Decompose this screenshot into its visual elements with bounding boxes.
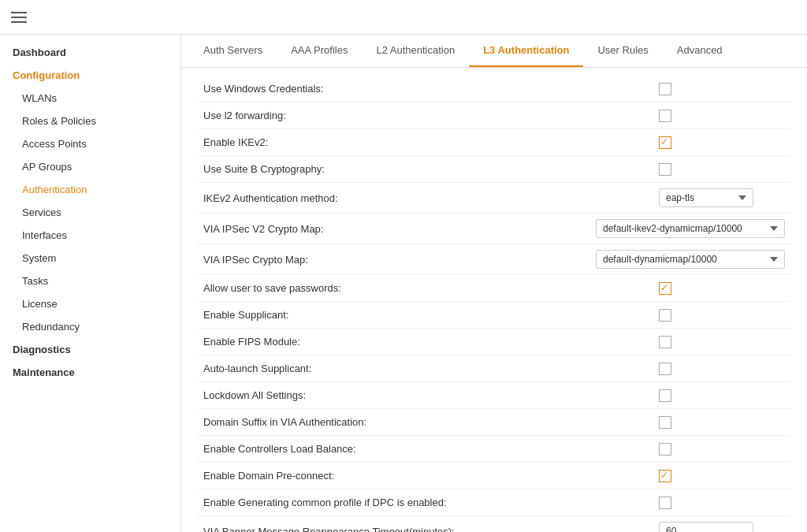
sidebar-item-system[interactable]: System (0, 247, 180, 270)
tab-l2-authentication[interactable]: L2 Authentication (362, 35, 469, 67)
form-label-lockdown-all-settings: Lockdown All Settings: (203, 389, 659, 401)
form-row-enable-fips-module: Enable FIPS Module: (197, 329, 791, 355)
form-label-ikev2-auth-method: IKEv2 Authentication method: (203, 192, 659, 204)
tab-aaa-profiles[interactable]: AAA Profiles (277, 35, 362, 67)
checkbox-use-suite-b[interactable] (659, 163, 671, 176)
checkbox-enable-controllers-load-balance[interactable] (659, 443, 671, 456)
tab-l3-authentication[interactable]: L3 Authentication (469, 35, 583, 67)
form-control-enable-domain-pre-connect (659, 470, 785, 482)
form-label-via-ipsec-crypto-map: VIA IPSec Crypto Map: (203, 254, 596, 266)
form-row-enable-controllers-load-balance: Enable Controllers Load Balance: (197, 436, 791, 463)
form-control-ikev2-auth-method: eap-tlspre-shared-keycertificate (659, 188, 785, 207)
form-label-enable-supplicant: Enable Supplicant: (203, 309, 659, 321)
main-layout: DashboardConfigurationWLANsRoles & Polic… (0, 35, 807, 532)
checkbox-allow-save-passwords[interactable] (659, 282, 671, 295)
sidebar-item-maintenance[interactable]: Maintenance (0, 361, 180, 384)
sidebar-item-redundancy[interactable]: Redundancy (0, 315, 180, 338)
checkbox-enable-ikev2[interactable] (659, 136, 671, 149)
form-row-lockdown-all-settings: Lockdown All Settings: (197, 382, 791, 409)
form-control-via-ipsec-crypto-map: default-dynamicmap/10000 (596, 250, 785, 269)
sidebar-item-services[interactable]: Services (0, 201, 180, 224)
checkbox-domain-suffix-via-auth[interactable] (659, 416, 671, 429)
tab-user-rules[interactable]: User Rules (583, 35, 662, 67)
main-content: Auth ServersAAA ProfilesL2 Authenticatio… (181, 35, 807, 532)
form-row-via-ipsec-v2-crypto-map: VIA IPSec V2 Crypto Map:default-ikev2-dy… (197, 214, 791, 244)
form-control-use-windows-credentials (659, 83, 785, 95)
form-row-allow-save-passwords: Allow user to save passwords: (197, 275, 791, 302)
form-control-domain-suffix-via-auth (659, 416, 785, 429)
input-via-banner-timeout[interactable] (659, 522, 753, 532)
sidebar-item-dashboard[interactable]: Dashboard (0, 41, 180, 64)
form-control-enable-ikev2 (659, 136, 785, 149)
form-label-domain-suffix-via-auth: Domain Suffix in VIA Authentication: (203, 416, 659, 428)
form-label-auto-launch-supplicant: Auto-launch Supplicant: (203, 363, 659, 374)
form-row-enable-supplicant: Enable Supplicant: (197, 302, 791, 329)
sidebar-item-configuration[interactable]: Configuration (0, 64, 180, 87)
form-label-use-windows-credentials: Use Windows Credentials: (203, 83, 659, 95)
checkbox-use-l2-forwarding[interactable] (659, 110, 671, 122)
form-label-enable-generating-common-profile: Enable Generating common profile if DPC … (203, 497, 659, 508)
select-via-ipsec-crypto-map[interactable]: default-dynamicmap/10000 (596, 250, 785, 269)
form-label-via-banner-timeout: VIA Banner Message Reappearance Timeout(… (203, 526, 659, 533)
form-row-via-banner-timeout: VIA Banner Message Reappearance Timeout(… (197, 516, 791, 532)
form-row-use-windows-credentials: Use Windows Credentials: (197, 76, 791, 102)
form-row-ikev2-auth-method: IKEv2 Authentication method:eap-tlspre-s… (197, 183, 791, 214)
sidebar-item-ap-groups[interactable]: AP Groups (0, 155, 180, 178)
form-control-via-banner-timeout (659, 522, 785, 532)
top-bar (0, 0, 807, 35)
tab-auth-servers[interactable]: Auth Servers (189, 35, 277, 67)
sidebar-item-authentication[interactable]: Authentication (0, 178, 180, 201)
form-row-domain-suffix-via-auth: Domain Suffix in VIA Authentication: (197, 409, 791, 436)
form-row-use-l2-forwarding: Use l2 forwarding: (197, 102, 791, 129)
form-label-use-suite-b: Use Suite B Cryptography: (203, 163, 659, 175)
sidebar-item-license[interactable]: License (0, 292, 180, 315)
tab-advanced[interactable]: Advanced (663, 35, 737, 67)
form-row-enable-domain-pre-connect: Enable Domain Pre-connect: (197, 463, 791, 489)
form-row-enable-generating-common-profile: Enable Generating common profile if DPC … (197, 489, 791, 516)
form-control-auto-launch-supplicant (659, 363, 785, 375)
checkbox-lockdown-all-settings[interactable] (659, 389, 671, 402)
form-label-use-l2-forwarding: Use l2 forwarding: (203, 110, 659, 121)
sidebar-item-access-points[interactable]: Access Points (0, 132, 180, 155)
form-label-enable-ikev2: Enable IKEv2: (203, 136, 659, 148)
select-via-ipsec-v2-crypto-map[interactable]: default-ikev2-dynamicmap/10000 (596, 219, 785, 238)
sidebar-item-diagnostics[interactable]: Diagnostics (0, 338, 180, 361)
form-row-via-ipsec-crypto-map: VIA IPSec Crypto Map:default-dynamicmap/… (197, 244, 791, 275)
sidebar-item-wlans[interactable]: WLANs (0, 87, 180, 110)
checkbox-use-windows-credentials[interactable] (659, 83, 671, 95)
form-label-allow-save-passwords: Allow user to save passwords: (203, 282, 659, 294)
form-row-enable-ikev2: Enable IKEv2: (197, 129, 791, 156)
form-label-enable-fips-module: Enable FIPS Module: (203, 336, 659, 348)
tab-bar: Auth ServersAAA ProfilesL2 Authenticatio… (181, 35, 807, 68)
form-control-use-suite-b (659, 163, 785, 176)
form-row-auto-launch-supplicant: Auto-launch Supplicant: (197, 355, 791, 382)
sidebar-item-roles-policies[interactable]: Roles & Policies (0, 110, 180, 132)
checkbox-enable-generating-common-profile[interactable] (659, 497, 671, 509)
select-ikev2-auth-method[interactable]: eap-tlspre-shared-keycertificate (659, 188, 753, 207)
checkbox-auto-launch-supplicant[interactable] (659, 363, 671, 375)
form-row-use-suite-b: Use Suite B Cryptography: (197, 156, 791, 183)
form-control-via-ipsec-v2-crypto-map: default-ikev2-dynamicmap/10000 (596, 219, 785, 238)
checkbox-enable-supplicant[interactable] (659, 309, 671, 322)
form-control-lockdown-all-settings (659, 389, 785, 402)
form-label-enable-controllers-load-balance: Enable Controllers Load Balance: (203, 443, 659, 455)
form-control-enable-controllers-load-balance (659, 443, 785, 456)
form-control-enable-supplicant (659, 309, 785, 322)
sidebar: DashboardConfigurationWLANsRoles & Polic… (0, 35, 181, 532)
checkbox-enable-domain-pre-connect[interactable] (659, 470, 671, 482)
form-label-via-ipsec-v2-crypto-map: VIA IPSec V2 Crypto Map: (203, 223, 596, 235)
sidebar-item-interfaces[interactable]: Interfaces (0, 224, 180, 247)
form-control-enable-fips-module (659, 336, 785, 348)
form-control-use-l2-forwarding (659, 110, 785, 122)
form-control-allow-save-passwords (659, 282, 785, 295)
form-label-enable-domain-pre-connect: Enable Domain Pre-connect: (203, 470, 659, 482)
form-content: Use Windows Credentials:Use l2 forwardin… (181, 68, 807, 532)
hamburger-menu[interactable] (11, 12, 27, 23)
checkbox-enable-fips-module[interactable] (659, 336, 671, 348)
sidebar-item-tasks[interactable]: Tasks (0, 270, 180, 292)
form-control-enable-generating-common-profile (659, 497, 785, 509)
